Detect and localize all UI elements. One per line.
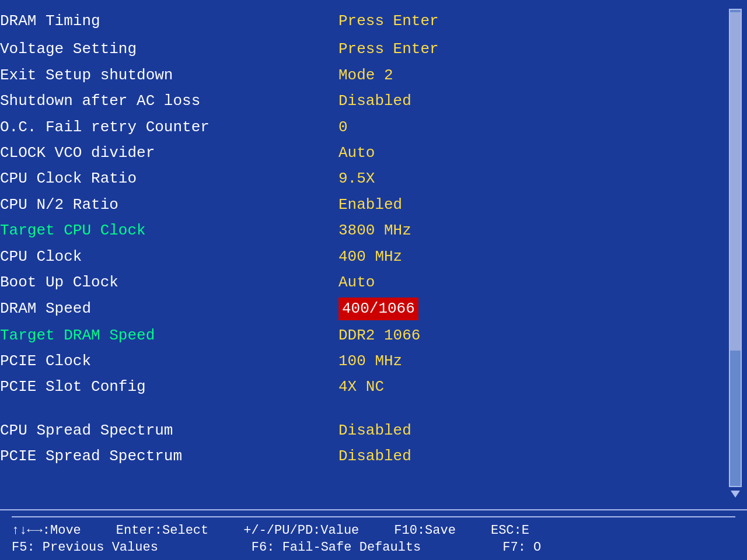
shortcut-f6: F6: Fail-Safe Defaults [252,540,421,555]
table-row[interactable]: DRAM Speed 400/1066 [0,295,724,322]
table-row[interactable]: PCIE Clock 100 MHz [0,348,724,374]
row-label: PCIE Spread Spectrum [0,446,338,467]
bios-screen: DRAM Timing Press Enter Voltage Setting … [0,0,747,560]
row-value: Press Enter [338,38,439,60]
row-label: DRAM Timing [0,10,338,32]
table-row[interactable]: O.C. Fail retry Counter 0 [0,114,724,140]
row-value: 4X NC [338,376,384,397]
row-value: 100 MHz [338,351,402,372]
row-label: PCIE Slot Config [0,376,338,397]
table-row[interactable]: DRAM Timing Press Enter [0,6,724,36]
row-label-green: Target DRAM Speed [0,325,338,346]
row-label: PCIE Clock [0,351,338,372]
table-row[interactable]: Voltage Setting Press Enter [0,36,724,62]
row-label: CPU N/2 Ratio [0,194,338,215]
bottom-bar: ↑↓←→:Move Enter:Select +/-/PU/PD:Value F… [0,509,747,560]
table-row[interactable]: Target CPU Clock 3800 MHz [0,218,724,243]
row-value-partial: Press Enter [338,8,439,34]
shortcut-f5: F5: Previous Values [12,540,158,555]
table-row[interactable]: CLOCK VCO divider Auto [0,140,724,166]
row-label-green: Target CPU Clock [0,220,338,241]
row-value: Disabled [338,90,411,111]
row-label: Voltage Setting [0,38,338,60]
row-value: 3800 MHz [338,220,411,241]
scrollbar-track[interactable] [729,9,742,487]
table-row[interactable]: Boot Up Clock Auto [0,270,724,295]
shortcut-f7: F7: O [502,540,541,555]
row-label: Shutdown after AC loss [0,90,338,111]
bottom-row-2: F5: Previous Values F6: Fail-Safe Defaul… [12,540,735,555]
row-value: Disabled [338,446,411,467]
row-label: CPU Clock Ratio [0,168,338,189]
row-value: Enabled [338,194,402,215]
row-label: DRAM Speed [0,298,338,319]
row-label: Exit Setup shutdown [0,65,338,86]
table-row[interactable]: Exit Setup shutdown Mode 2 [0,62,724,88]
table-row[interactable]: Target DRAM Speed DDR2 1066 [0,323,724,348]
spacer [0,400,724,418]
shortcut-move: ↑↓←→:Move [12,523,81,538]
row-value: Disabled [338,420,411,441]
shortcut-value: +/-/PU/PD:Value [243,523,359,538]
row-label: CPU Spread Spectrum [0,420,338,441]
row-value: Mode 2 [338,65,393,86]
table-row[interactable]: Shutdown after AC loss Disabled [0,88,724,114]
table-row[interactable]: CPU N/2 Ratio Enabled [0,192,724,218]
divider [12,516,735,517]
table-row[interactable]: PCIE Spread Spectrum Disabled [0,443,724,469]
row-value: Auto [338,272,375,293]
shortcut-f10: F10:Save [394,523,456,538]
row-label: CLOCK VCO divider [0,142,338,163]
table-row[interactable]: PCIE Slot Config 4X NC [0,374,724,400]
scrollbar-arrow-down-icon[interactable] [731,491,740,498]
scrollbar[interactable] [724,6,747,503]
scrollbar-thumb[interactable] [730,12,741,351]
row-value: Auto [338,142,375,163]
menu-panel: DRAM Timing Press Enter Voltage Setting … [0,6,724,503]
row-value-selected: 400/1066 [338,298,418,320]
row-value: 0 [338,117,348,138]
row-label: CPU Clock [0,246,338,267]
row-value: DDR2 1066 [338,325,420,346]
row-value: 400 MHz [338,246,402,267]
row-value: 9.5X [338,168,375,189]
bottom-row-1: ↑↓←→:Move Enter:Select +/-/PU/PD:Value F… [12,523,735,538]
table-row[interactable]: CPU Clock 400 MHz [0,244,724,270]
main-content: DRAM Timing Press Enter Voltage Setting … [0,0,747,509]
table-row[interactable]: CPU Spread Spectrum Disabled [0,418,724,443]
row-label: Boot Up Clock [0,272,338,293]
shortcut-enter: Enter:Select [116,523,208,538]
row-label: O.C. Fail retry Counter [0,117,338,138]
shortcut-esc: ESC:E [491,523,529,538]
table-row[interactable]: CPU Clock Ratio 9.5X [0,166,724,191]
